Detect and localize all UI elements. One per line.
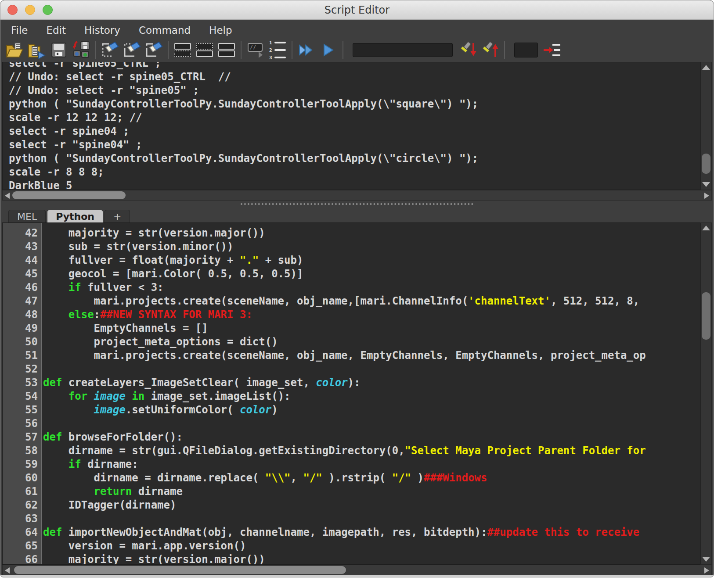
code-segment-plain: : [94,308,100,321]
scroll-right-arrow-icon[interactable] [704,567,709,574]
goto-line-input[interactable] [514,43,538,57]
menu-history[interactable]: History [84,25,120,35]
history-hscroll-thumb[interactable] [12,191,126,199]
code-line: 59 if dirname: [3,458,700,471]
code-segment-var: image [94,390,126,402]
save-script-button[interactable] [48,40,70,60]
show-history-pane-button[interactable] [172,40,194,60]
code-text: majority = str(version.major()) [43,226,700,240]
scroll-down-arrow-icon[interactable] [702,557,710,562]
menu-command[interactable]: Command [139,25,191,35]
save-to-shelf-icon [71,41,90,59]
code-segment-plain: mari.projects.create(sceneName, obj_name… [43,349,646,362]
code-text: project_meta_options = dict() [43,335,700,349]
history-output-pane[interactable]: select -r spine05_CTRL ;// Undo: select … [2,62,700,190]
code-segment-plain: ).rstrip( [322,472,392,484]
history-vscroll-thumb[interactable] [702,154,710,174]
code-text: IDTagger(dirname) [43,498,700,512]
toolbar: // 1 2 3 [0,38,714,62]
menu-bar: FileEditHistoryCommandHelp [0,20,714,38]
editor-horizontal-scrollbar[interactable] [2,565,712,575]
toolbar-separator [343,41,343,59]
save-to-shelf-button[interactable] [70,40,92,60]
code-segment-var: color [316,376,347,389]
echo-all-commands-button[interactable]: // [245,40,267,60]
source-script-button[interactable] [26,40,48,60]
clear-history-button[interactable] [99,40,121,60]
history-line: select -r "spine04" ; [9,138,700,152]
execute-button[interactable] [317,40,339,60]
scroll-up-arrow-icon[interactable] [702,226,710,230]
code-segment-plain: image_set.imageList(): [144,390,290,402]
editor-hscroll-thumb[interactable] [14,566,346,574]
code-line: 54 for image in image_set.imageList(): [3,390,700,403]
traffic-lights [7,5,53,15]
search-down-flashlight-icon [458,40,478,60]
line-number: 45 [3,267,43,281]
code-segment-plain: fullver < 3: [81,281,164,294]
tab-new[interactable]: + [105,210,130,222]
code-segment-plain: dirname = str(gui.QFileDialog.getExistin… [43,445,405,457]
search-down-button[interactable] [457,40,479,60]
show-input-pane-button[interactable] [194,40,216,60]
zoom-window-button[interactable] [43,5,53,15]
source-folder-icon [27,41,47,59]
title-bar: Script Editor [0,0,714,20]
code-text: dirname = dirname.replace( "\\", "/" ).r… [43,471,700,485]
code-segment-plain [43,308,69,321]
search-up-flashlight-icon [480,40,500,60]
scroll-left-arrow-icon[interactable] [5,193,10,199]
code-text: majority = str(version.major()) [43,553,700,565]
editor-vscroll-thumb[interactable] [702,292,710,340]
execute-all-button[interactable] [296,40,317,60]
goto-line-button[interactable] [541,40,563,60]
line-number: 42 [3,226,43,240]
code-line: 57def browseForFolder(): [3,430,700,444]
history-horizontal-scrollbar[interactable] [2,190,712,201]
code-line: 47 mari.projects.create(sceneName, obj_n… [3,294,700,308]
search-input[interactable] [353,43,453,57]
code-segment-plain: dirname = dirname.replace( [43,472,265,484]
pane-splitter-handle[interactable] [2,201,712,207]
python-editor-pane[interactable]: 42 majority = str(version.major())43 sub… [2,222,700,565]
code-segment-plain: dirname [132,485,183,498]
code-segment-var: color [240,404,271,416]
clear-input-eraser-icon [122,40,141,60]
window-title: Script Editor [325,4,389,16]
line-number: 48 [3,308,43,322]
line-number: 58 [3,444,43,458]
menu-file[interactable]: File [11,25,28,35]
code-text: sub = str(version.minor()) [43,240,700,254]
search-up-button[interactable] [479,40,501,60]
show-line-numbers-button[interactable]: 1 2 3 [267,40,288,60]
show-both-panes-button[interactable] [216,40,238,60]
tab-python[interactable]: Python [47,210,103,222]
open-script-button[interactable] [4,40,26,60]
tab-mel[interactable]: MEL [8,210,46,222]
clear-history-eraser-icon [100,40,119,60]
history-line: // Undo: select -r "spine05" ; [9,84,700,97]
code-segment-plain: importNewObjectAndMat(obj, channelname, … [62,526,487,538]
scroll-left-arrow-icon[interactable] [5,567,10,574]
line-number: 52 [3,362,43,376]
clear-input-button[interactable] [121,40,143,60]
code-segment-str: "." [240,254,259,266]
minimize-window-button[interactable] [25,5,35,15]
scroll-up-arrow-icon[interactable] [702,65,710,70]
close-window-button[interactable] [7,5,18,15]
clear-all-eraser-icon [144,40,163,60]
editor-vertical-scrollbar[interactable] [700,222,712,565]
code-line: 46 if fullver < 3: [3,281,700,294]
line-number: 44 [3,254,43,267]
menu-edit[interactable]: Edit [47,25,66,35]
code-segment-plain: EmptyChannels = [] [43,322,208,334]
code-line: 52 [3,362,700,376]
scroll-down-arrow-icon[interactable] [702,182,710,187]
clear-all-button[interactable] [143,40,165,60]
code-segment-com: ###Windows [424,472,487,484]
menu-help[interactable]: Help [209,25,232,35]
scroll-right-arrow-icon[interactable] [704,193,709,199]
code-segment-plain [43,390,69,402]
history-vertical-scrollbar[interactable] [700,62,712,190]
code-text: def createLayers_ImageSetClear( image_se… [43,376,700,390]
